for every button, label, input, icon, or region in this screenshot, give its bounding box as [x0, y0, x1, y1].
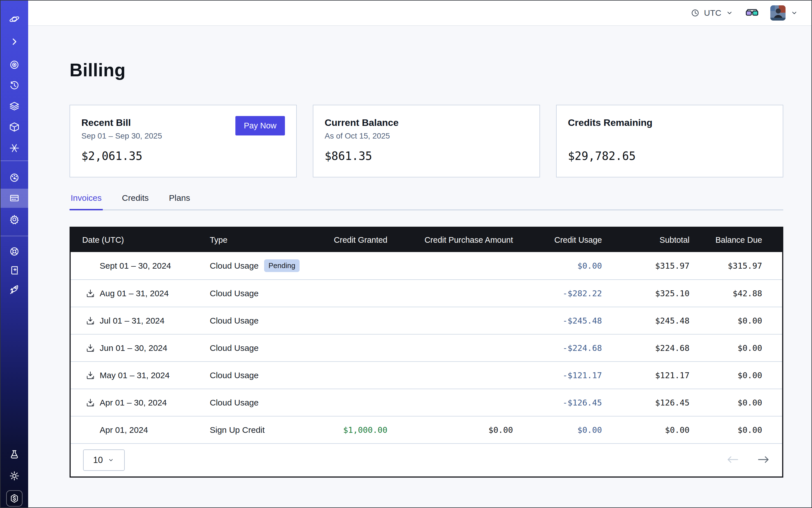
credits-coin-button[interactable]	[6, 490, 23, 507]
subtotal-value: $325.10	[610, 289, 698, 298]
sidebar-item-flask-icon[interactable]	[8, 449, 20, 460]
subtotal-value: $121.17	[610, 371, 698, 380]
subtotal-value: $126.45	[610, 398, 698, 408]
invoice-type: Cloud Usage	[210, 261, 258, 270]
planet-logo-icon	[8, 13, 20, 25]
invoice-date: Apr 01 – 30, 2024	[100, 398, 167, 408]
sidebar-item-rocket-icon[interactable]	[8, 283, 20, 295]
timezone-selector[interactable]: UTC	[690, 8, 734, 18]
table-row: Aug 01 – 31, 2024 Cloud Usage -$282.22 $…	[71, 279, 782, 307]
col-header-date: Date (UTC)	[71, 236, 198, 245]
sidebar-divider	[1, 236, 28, 236]
app-window: UTC	[0, 0, 812, 508]
invoice-date: Apr 01, 2024	[100, 425, 148, 435]
sidebar-item-lifebuoy-icon[interactable]	[8, 246, 20, 257]
page-size-select[interactable]: 10	[83, 450, 125, 471]
balance-due-value: $0.00	[698, 371, 781, 380]
invoice-type: Cloud Usage	[210, 316, 258, 326]
download-invoice-icon[interactable]	[84, 370, 96, 381]
tab-invoices[interactable]: Invoices	[70, 193, 103, 210]
col-header-type: Type	[198, 236, 310, 245]
recent-bill-amount: $2,061.35	[81, 150, 285, 163]
billing-tabs: Invoices Credits Plans	[70, 193, 783, 210]
invoice-type: Cloud Usage	[210, 371, 258, 380]
sidebar-item-history-clock-icon[interactable]	[8, 79, 20, 91]
credit-usage-value: -$224.68	[521, 343, 610, 353]
previous-page-button[interactable]	[726, 455, 739, 466]
card-subtitle	[568, 131, 771, 141]
status-badge: Pending	[264, 259, 299, 272]
balance-due-value: $0.00	[698, 398, 781, 408]
balance-due-value: $0.00	[698, 316, 781, 326]
table-header: Date (UTC) Type Credit Granted Credit Pu…	[71, 228, 782, 252]
table-row: Jul 01 – 31, 2024 Cloud Usage -$245.48 $…	[71, 307, 782, 334]
table-row: Jun 01 – 30, 2024 Cloud Usage -$224.68 $…	[71, 334, 782, 361]
sidebar-item-asterisk-icon[interactable]	[8, 142, 20, 154]
chevron-down-icon	[107, 457, 115, 464]
timezone-label: UTC	[704, 8, 721, 18]
col-header-credit-usage: Credit Usage	[521, 236, 610, 245]
sidebar-item-settings-gear-icon[interactable]	[8, 213, 20, 225]
sidebar-item-billing-icon[interactable]	[8, 192, 20, 204]
goggles-button[interactable]	[745, 8, 759, 17]
sidebar-item-package-icon[interactable]	[8, 121, 20, 133]
pagination-row: 10	[71, 443, 782, 476]
balance-due-value: $42.88	[698, 289, 781, 298]
chevron-down-icon	[725, 9, 734, 17]
credit-granted-value: $1,000.00	[310, 425, 396, 435]
tab-credits[interactable]: Credits	[121, 193, 150, 210]
credits-remaining-amount: $29,782.65	[568, 150, 771, 163]
arrow-right-icon	[757, 455, 770, 465]
current-balance-card: Current Balance As of Oct 15, 2025 $861.…	[313, 105, 540, 177]
clock-icon	[690, 8, 700, 18]
tab-plans[interactable]: Plans	[168, 193, 191, 210]
invoice-type: Cloud Usage	[210, 398, 258, 408]
card-title: Current Balance	[325, 117, 528, 128]
page-size-value: 10	[93, 455, 103, 465]
subtotal-value: $315.97	[610, 261, 698, 270]
sidebar-item-layers-icon[interactable]	[8, 100, 20, 112]
chevron-down-icon	[790, 9, 799, 17]
invoice-date: May 01 – 31, 2024	[100, 371, 170, 380]
col-header-credit-granted: Credit Granted	[310, 236, 396, 245]
avatar	[770, 5, 785, 20]
table-row: May 01 – 31, 2024 Cloud Usage -$121.17 $…	[71, 361, 782, 389]
credit-usage-value: $0.00	[521, 425, 610, 435]
download-invoice-icon[interactable]	[84, 315, 96, 327]
current-balance-amount: $861.35	[325, 150, 528, 163]
download-invoice-icon	[84, 260, 96, 272]
credit-purchase-amount-value: $0.00	[396, 425, 521, 435]
topbar: UTC	[28, 1, 811, 26]
credit-usage-value: -$245.48	[521, 316, 610, 326]
download-invoice-icon[interactable]	[84, 288, 96, 299]
summary-cards: Recent Bill Sep 01 – Sep 30, 2025 $2,061…	[70, 105, 783, 177]
col-header-balance-due: Balance Due	[698, 236, 781, 245]
download-invoice-icon	[84, 424, 96, 436]
sidebar	[1, 1, 28, 507]
invoice-type: Cloud Usage	[210, 343, 258, 353]
table-row: Apr 01 – 30, 2024 Cloud Usage -$126.45 $…	[71, 389, 782, 416]
sidebar-item-radar-icon[interactable]	[8, 59, 20, 71]
user-menu[interactable]	[770, 5, 799, 20]
sidebar-item-sun-icon[interactable]	[8, 470, 20, 482]
arrow-left-icon	[726, 455, 739, 465]
recent-bill-card: Recent Bill Sep 01 – Sep 30, 2025 $2,061…	[70, 105, 297, 177]
next-page-button[interactable]	[757, 455, 770, 466]
table-body: Sept 01 – 30, 2024 Cloud Usage Pending $…	[71, 252, 782, 443]
credits-remaining-card: Credits Remaining $29,782.65	[556, 105, 783, 177]
sidebar-item-book-sparkle-icon[interactable]	[8, 264, 20, 276]
sidebar-collapse-chevron-icon[interactable]	[8, 36, 20, 48]
subtotal-value: $224.68	[610, 343, 698, 353]
download-invoice-icon[interactable]	[84, 342, 96, 354]
balance-due-value: $0.00	[698, 425, 781, 435]
subtotal-value: $0.00	[610, 425, 698, 435]
card-subtitle: As of Oct 15, 2025	[325, 131, 528, 141]
credit-usage-value: -$282.22	[521, 289, 610, 298]
download-invoice-icon[interactable]	[84, 397, 96, 409]
sidebar-item-gauge-icon[interactable]	[8, 172, 20, 183]
page-title: Billing	[70, 27, 783, 81]
col-header-credit-purchase-amount: Credit Purchase Amount	[396, 236, 521, 245]
invoices-table: Date (UTC) Type Credit Granted Credit Pu…	[70, 227, 783, 477]
subtotal-value: $245.48	[610, 316, 698, 326]
pay-now-button[interactable]: Pay Now	[236, 116, 285, 135]
